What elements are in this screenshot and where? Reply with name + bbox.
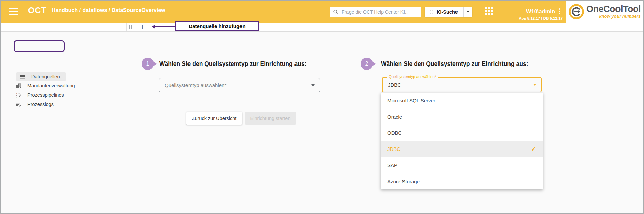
back-to-overview-button[interactable]: Zurück zur Übersicht: [186, 112, 242, 125]
add-datasource-button[interactable]: +: [138, 22, 147, 31]
ki-search-label: KI-Suche: [437, 9, 458, 15]
sidebar: Datenquellen Mandantenverwaltung: [1, 32, 135, 214]
option-label: ODBC: [387, 130, 402, 136]
ki-search-split-button: KI-Suche: [425, 7, 472, 17]
logo-tagline: know your numbers: [599, 14, 641, 19]
svg-text:3: 3: [16, 96, 17, 98]
sidebar-item-mandantenverwaltung[interactable]: Mandantenverwaltung: [16, 81, 75, 90]
select-value: JDBC: [388, 82, 533, 88]
ki-search-button[interactable]: KI-Suche: [425, 7, 463, 17]
sidebar-item-prozesslogs[interactable]: Prozesslogs: [16, 100, 54, 109]
select-placeholder: Quellsystemtyp auswählen*: [165, 82, 311, 88]
option-label: JDBC: [387, 146, 400, 152]
toolbar-divider: [126, 23, 127, 31]
sidebar-item-label: Mandantenverwaltung: [27, 83, 75, 88]
content-toolbar: +: [1, 23, 643, 32]
hamburger-menu-icon[interactable]: [9, 8, 18, 15]
step-2-badge: 2: [361, 58, 373, 70]
search-input[interactable]: [341, 9, 418, 15]
brand-logo: OneCoolTool know your numbers: [566, 1, 644, 23]
log-check-icon: [16, 101, 22, 108]
sidebar-item-datenquellen[interactable]: Datenquellen: [16, 72, 66, 81]
app-title: OCT: [28, 6, 47, 15]
option-oracle[interactable]: Oracle: [381, 109, 543, 125]
apps-grid-icon[interactable]: [485, 7, 494, 16]
option-label: SAP: [387, 162, 397, 168]
annotation-text: Datenquelle hinzufügen: [189, 23, 245, 29]
list-icon: [20, 74, 26, 80]
building-icon: [16, 83, 22, 89]
chevron-down-icon: [467, 11, 469, 13]
kebab-menu-icon[interactable]: [558, 8, 561, 15]
select-options-panel: Microsoft SQL Server Oracle ODBC JDBC ✓ …: [381, 93, 543, 189]
check-icon: ✓: [531, 145, 536, 153]
sidebar-item-label: Prozesspipelines: [27, 92, 64, 98]
option-azure-storage[interactable]: Azure Storage: [381, 173, 543, 189]
user-block: W10\admin App 5.12.17 | DB 5.12.17: [494, 8, 561, 20]
toolbar-divider: [151, 23, 151, 31]
numbered-pipeline-icon: 123: [16, 92, 22, 98]
step-1-badge: 1: [142, 58, 154, 70]
logo-wordmark: OneCoolTool: [586, 5, 641, 13]
option-label: Oracle: [387, 114, 402, 120]
app-window: OCT Handbuch / dataflows / DataSourceOve…: [0, 0, 644, 214]
option-odbc[interactable]: ODBC: [381, 125, 543, 141]
version-info: App 5.12.17 | DB 5.12.17: [494, 16, 563, 20]
onecooltool-logo-icon: [568, 4, 584, 20]
sidebar-item-prozesspipelines[interactable]: 123 Prozesspipelines: [16, 91, 64, 99]
top-bar: OCT Handbuch / dataflows / DataSourceOve…: [1, 1, 643, 23]
option-sap[interactable]: SAP: [381, 157, 543, 173]
option-label: Azure Storage: [387, 179, 420, 184]
breadcrumb: Handbuch / dataflows / DataSourceOvervie…: [52, 7, 165, 13]
annotation-arrow-left-icon: [155, 26, 175, 27]
sidebar-item-label: Datenquellen: [31, 74, 60, 79]
step-2-heading: Wählen Sie den Quellsystemtyp zur Einric…: [381, 60, 528, 68]
option-jdbc[interactable]: JDBC ✓: [381, 141, 543, 157]
chevron-down-icon: [533, 84, 536, 86]
step-1-heading: Wählen Sie den Quellsystemtyp zur Einric…: [159, 60, 307, 68]
option-microsoft-sql-server[interactable]: Microsoft SQL Server: [381, 93, 543, 109]
quellsystemtyp-select-empty[interactable]: Quellsystemtyp auswählen*: [159, 78, 320, 92]
step-number: 2: [365, 61, 368, 67]
drag-handle-icon[interactable]: [129, 25, 132, 29]
username[interactable]: W10\admin: [526, 8, 555, 15]
start-setup-button[interactable]: Einrichtung starten: [245, 112, 296, 125]
search-icon: [333, 9, 338, 15]
chevron-down-icon: [311, 84, 315, 86]
annotation-callout: Datenquelle hinzufügen: [175, 21, 259, 31]
sidebar-item-label: Prozesslogs: [27, 102, 54, 107]
ki-search-dropdown-toggle[interactable]: [463, 7, 472, 17]
ki-sparkle-icon: [429, 10, 434, 14]
option-label: Microsoft SQL Server: [387, 98, 435, 103]
step-number: 1: [146, 61, 149, 67]
help-search-box[interactable]: [330, 7, 421, 17]
quellsystemtyp-select-open[interactable]: JDBC: [382, 77, 542, 92]
select-floating-label: Quellsystemtyp auswählen*: [387, 75, 438, 79]
